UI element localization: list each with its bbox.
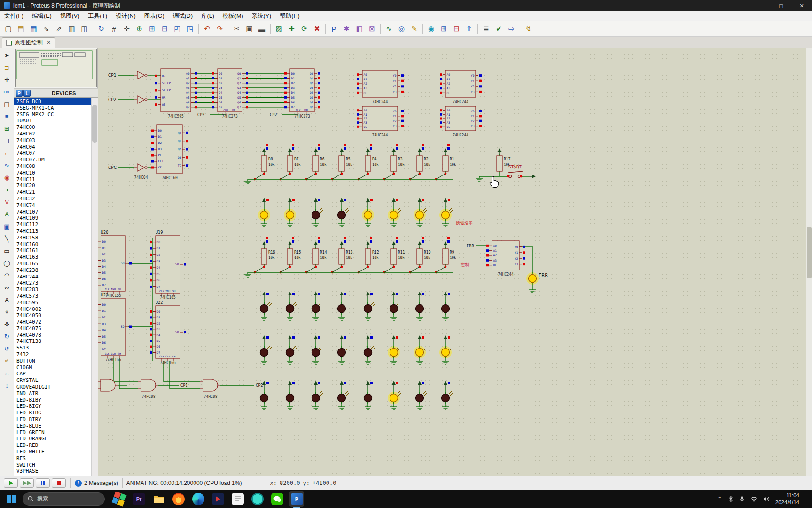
menu-item-8[interactable]: 模板(M) [219,11,248,21]
redo-icon[interactable]: ↷ [214,23,226,35]
buffer-gate-0[interactable] [134,71,148,79]
component-mode-tool-icon[interactable]: ⊐ [1,62,13,73]
ic-74HC160-7[interactable]: D0D1D2D3PECETCPQ0Q1Q2Q3TC74HC160 [151,125,188,180]
zoom-in-icon[interactable]: ⊞ [146,23,158,35]
device-item-led-birg[interactable]: LED-BIRG [14,410,91,416]
ic-74HC244-5[interactable]: A0A1A2A3OEY0Y1Y2Y374HC244 [440,70,482,104]
schematic-overview[interactable] [15,49,97,87]
import-section-icon[interactable]: ⇘ [40,23,52,35]
paste-icon[interactable]: ▬ [256,23,268,35]
simulation-log-icon[interactable]: ↯ [523,23,534,35]
device-item-74hc238[interactable]: 74HC238 [14,267,91,274]
subcircuit-tool-icon[interactable]: ⊞ [1,123,13,134]
device-item-74hc573[interactable]: 74HC573 [14,293,91,300]
led-row-4[interactable] [260,381,453,410]
junction-dot-tool-icon[interactable]: ✛ [1,74,13,85]
message-info-icon[interactable]: i [75,480,82,487]
undo-icon[interactable]: ↶ [201,23,213,35]
device-item-74hc10[interactable]: 74HC10 [14,170,91,176]
property-assignment-icon[interactable]: ✎ [408,23,420,35]
menu-item-3[interactable]: 工具(T) [84,11,111,21]
device-item-led-orange[interactable]: LED-ORANGE [14,436,91,442]
device-item-led-blue[interactable]: LED-BLUE [14,423,91,429]
device-item-74hc165[interactable]: 74HC165 [14,261,91,267]
notepad-icon[interactable] [230,491,245,507]
ic-U20-8[interactable]: D0D1D2D3D4D5D6D7SOCLKINHSHU2074HC165 [98,230,132,298]
pause-button[interactable] [36,478,50,488]
2d-marker-tool-icon[interactable]: ✜ [1,318,13,330]
device-item-led-green[interactable]: LED-GREEN [14,429,91,436]
buffer-gate-1[interactable] [134,96,148,103]
app-icon-pinwheel[interactable] [111,491,127,507]
device-item-74hc160[interactable]: 74HC160 [14,241,91,248]
device-item-74hc74[interactable]: 74HC74 [14,202,91,209]
ic-74HC244-4[interactable]: A0A1A2A3OEY0Y1Y2Y374HC244 [357,106,404,137]
device-pin-tool-icon[interactable]: ⌐ [1,147,13,159]
proteus-icon[interactable]: P [289,491,304,507]
device-item-5513[interactable]: 5513 [14,345,91,351]
new-root-sheet-icon[interactable]: ⊞ [438,23,450,35]
message-count[interactable]: 2 Message(s) [84,480,118,486]
close-button[interactable]: ✕ [791,0,812,11]
device-item-74hc273[interactable]: 74HC273 [14,280,91,286]
tab-close-icon[interactable]: ✕ [47,40,51,46]
block-copy-icon[interactable]: ▨ [273,23,285,35]
ic-U21-10[interactable]: D0D1D2D3D4D5D6D7SOCLKCLRSHU2174HC166 [98,293,132,362]
led-row-1[interactable] [258,198,453,227]
device-item-led-white[interactable]: LED-WHITE [14,449,91,455]
ic-74HC273-2[interactable]: D0D1D2D3D4D5D6D7Q0Q1Q2Q3Q4Q5Q6Q7CLKMR74H… [284,69,320,119]
goto-parent-sheet-icon[interactable]: ⇧ [463,23,475,35]
device-item-74hc163[interactable]: 74HC163 [14,254,91,261]
device-item-c106m[interactable]: C106M [14,365,91,371]
remove-sheet-icon[interactable]: ⊟ [451,23,462,35]
wire-label-tool-icon[interactable]: LBL [1,86,13,97]
graph-mode-tool-icon[interactable]: ∿ [1,159,13,171]
file-explorer-icon[interactable] [151,491,166,507]
cut-icon[interactable]: ✂ [231,23,242,35]
hidden-icons-chevron[interactable]: ⌃ [718,496,722,502]
menu-item-5[interactable]: 图表(G) [140,11,169,21]
terminal-mode-tool-icon[interactable]: ⊣ [1,135,13,146]
show-desktop-button[interactable] [807,490,809,508]
center-at-cursor-icon[interactable]: ⊕ [133,23,145,35]
device-item-res[interactable]: RES [14,455,91,462]
bus-tool-icon[interactable]: ≡ [1,111,13,122]
menu-item-0[interactable]: 文件(F) [0,11,28,21]
bluetooth-icon[interactable] [728,496,734,502]
taskbar-search-input[interactable]: 搜索 [23,492,105,506]
open-design-icon[interactable]: ▤ [15,23,27,35]
and-gate-5[interactable]: 74HC08 [200,379,220,399]
generator-mode-tool-icon[interactable]: ◑ [1,184,13,195]
device-item-74hct138[interactable]: 74HCT138 [14,338,91,345]
play-button[interactable] [4,478,18,488]
ic-74HC244-6[interactable]: A0A1A2A3OEY0Y1Y2Y374HC244 [440,106,482,137]
block-move-icon[interactable]: ✚ [286,23,297,35]
2d-line-tool-icon[interactable]: ╲ [1,233,13,244]
current-probe-tool-icon[interactable]: A [1,208,13,220]
led-row-3[interactable] [260,335,453,364]
device-item-74hc11[interactable]: 74HC11 [14,176,91,183]
start-button[interactable] [3,491,20,508]
device-item-74hc32[interactable]: 74HC32 [14,196,91,202]
speaker-icon[interactable] [763,496,770,502]
device-item-74hc21[interactable]: 74HC21 [14,189,91,196]
menu-item-4[interactable]: 设计(N) [111,11,140,21]
selection-pointer-tool-icon[interactable]: ➤ [1,49,13,61]
device-item-74hc4078[interactable]: 74HC4078 [14,332,91,339]
print-design-icon[interactable]: ▥ [66,23,78,35]
edge-browser-icon[interactable] [190,491,206,507]
copy-icon[interactable]: ▣ [243,23,255,35]
2d-symbol-tool-icon[interactable]: ✧ [1,306,13,318]
resistor-switch-row-2[interactable]: R1610kR1510kR1410kR1310kR1210kR1110kR101… [244,237,456,277]
canvas-vertical-scrollbar[interactable] [806,48,812,476]
save-design-icon[interactable]: ▦ [28,23,39,35]
device-item-7seg-bcd[interactable]: 7SEG-BCD [14,98,91,105]
device-item-ind-air[interactable]: IND-AIR [14,390,91,397]
device-item-7432[interactable]: 7432 [14,351,91,358]
err-led-group[interactable] [526,272,540,293]
device-item-74hc109[interactable]: 74HC109 [14,215,91,222]
rotate-anticlockwise-tool-icon[interactable]: ↺ [1,343,13,354]
device-item-74hc595[interactable]: 74HC595 [14,300,91,306]
device-item-74hc00[interactable]: 74HC00 [14,124,91,131]
stop-button[interactable] [52,478,66,488]
